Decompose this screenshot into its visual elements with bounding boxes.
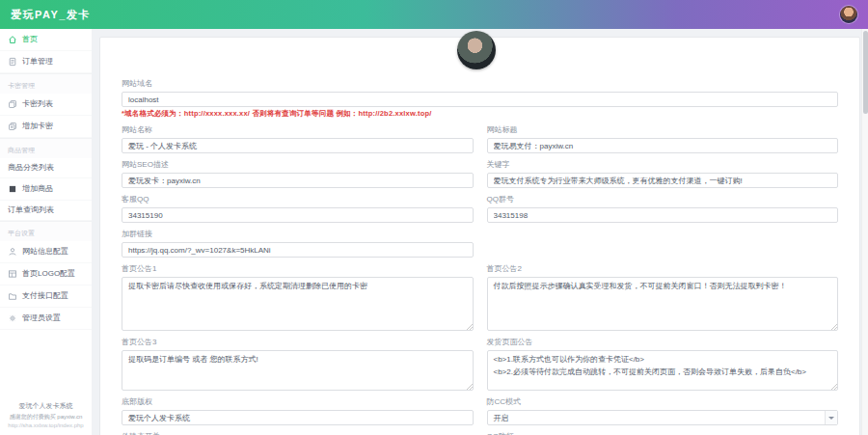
field-delivery-notice: 发货页面公告 xyxy=(487,337,839,391)
delivery-notice-textarea[interactable] xyxy=(487,350,839,391)
app-title: 爱玩PAY_发卡 xyxy=(11,8,91,22)
field-anti-cc: 防CC模式开启 xyxy=(487,396,839,425)
profile-avatar[interactable] xyxy=(457,31,496,69)
field-notice1: 首页公告1 xyxy=(122,263,474,331)
sidebar-item-首页LOGO配置[interactable]: 首页LOGO配置 xyxy=(0,263,92,285)
field-label-service-qq: 客服QQ xyxy=(122,194,474,204)
field-label-qq-group: QQ群号 xyxy=(487,194,839,204)
sidebar-item-label: 支付接口配置 xyxy=(22,292,68,300)
sidebar-item-订单查询列表[interactable]: 订单查询列表 xyxy=(0,201,92,221)
sidebar-item-label: 网站信息配置 xyxy=(22,248,68,256)
field-site-title: 网站标题 xyxy=(487,124,839,153)
form-row: 客服QQQQ群号 xyxy=(122,194,838,223)
anti-cc-select[interactable]: 开启 xyxy=(487,410,839,425)
sidebar: 首页订单管理卡密管理卡密列表增加卡密商品管理商品分类列表增加商品订单查询列表平台… xyxy=(0,29,92,435)
field-site-name: 网站名称 xyxy=(122,124,474,153)
field-label-anti-cc: 防CC模式 xyxy=(487,396,839,407)
main-area: 网站域名*域名格式必须为：http://xxxx.xxx.xx/ 否则将有查询订… xyxy=(92,29,861,435)
sidebar-section-label: 平台设置 xyxy=(0,221,92,241)
sidebar-item-增加商品[interactable]: 增加商品 xyxy=(0,178,92,201)
field-label-notice2: 首页公告2 xyxy=(487,263,839,274)
group-link-input[interactable] xyxy=(122,242,474,258)
field-label-site-name: 网站名称 xyxy=(122,124,474,135)
sidebar-nav: 首页订单管理卡密管理卡密列表增加卡密商品管理商品分类列表增加商品订单查询列表平台… xyxy=(0,29,92,330)
sidebar-item-商品分类列表[interactable]: 商品分类列表 xyxy=(0,158,92,178)
sidebar-item-label: 订单查询列表 xyxy=(8,206,54,214)
sidebar-footer-line2: 感谢您的付费购买 payxiw.cn xyxy=(3,413,89,421)
sidebar-item-label: 卡密列表 xyxy=(22,100,53,108)
field-footer-copyright: 底部版权 xyxy=(122,396,474,425)
sidebar-footer: 爱玩个人发卡系统 感谢您的付费购买 payxiw.cn http://sha.x… xyxy=(0,396,92,435)
site-domain-input[interactable] xyxy=(122,92,838,107)
sidebar-item-label: 增加卡密 xyxy=(22,122,53,130)
field-hint-site-domain: *域名格式必须为：http://xxxx.xxx.xx/ 否则将有查询订单等问题… xyxy=(122,109,838,119)
field-notice3: 首页公告3 xyxy=(122,337,474,391)
service-qq-input[interactable] xyxy=(122,207,474,223)
field-label-qq-antired: QQ防红 xyxy=(487,431,839,435)
field-group-link: 加群链接 xyxy=(122,229,474,258)
anti-cc-select-value: 开启 xyxy=(494,413,509,423)
sidebar-item-label: 商品分类列表 xyxy=(8,164,54,172)
form-row: 加群链接 xyxy=(122,229,838,258)
home-icon xyxy=(8,35,17,44)
field-notice2: 首页公告2 xyxy=(487,263,839,331)
form-row: 首页公告1首页公告2 xyxy=(122,263,838,331)
field-label-site-domain: 网站域名 xyxy=(122,78,838,89)
order-icon xyxy=(8,57,17,67)
sidebar-item-增加卡密[interactable]: 增加卡密 xyxy=(0,116,92,138)
field-service-qq: 客服QQ xyxy=(122,194,474,223)
field-label-footer-copyright: 底部版权 xyxy=(122,396,474,407)
qq-group-input[interactable] xyxy=(487,207,839,223)
sidebar-item-label: 管理员设置 xyxy=(22,314,61,322)
site-title-input[interactable] xyxy=(487,138,839,153)
field-label-notice1: 首页公告1 xyxy=(122,263,474,274)
header-avatar[interactable] xyxy=(840,6,857,23)
sidebar-item-label: 首页 xyxy=(22,36,38,43)
footer-copyright-input[interactable] xyxy=(122,410,474,425)
sidebar-item-卡密列表[interactable]: 卡密列表 xyxy=(0,94,92,116)
grid-icon xyxy=(8,269,17,279)
notice3-textarea[interactable] xyxy=(122,350,474,391)
notice1-textarea[interactable] xyxy=(122,277,474,331)
scrollbar-thumb[interactable] xyxy=(863,31,868,114)
add-card-icon xyxy=(8,122,17,131)
field-label-seo-desc: 网站SEO描述 xyxy=(122,159,474,170)
form-row: 底部版权防CC模式开启 xyxy=(122,396,838,425)
seo-desc-input[interactable] xyxy=(122,173,474,188)
sidebar-section-label: 卡密管理 xyxy=(0,73,92,94)
form-row: 网站域名*域名格式必须为：http://xxxx.xxx.xx/ 否则将有查询订… xyxy=(122,78,838,119)
sidebar-item-label: 订单管理 xyxy=(22,58,53,66)
field-label-group-link: 加群链接 xyxy=(122,229,474,239)
scrollbar[interactable] xyxy=(861,29,868,435)
form-row: 网站名称网站标题 xyxy=(122,124,838,153)
keywords-input[interactable] xyxy=(487,173,839,188)
sidebar-footer-line1: 爱玩个人发卡系统 xyxy=(3,401,89,411)
field-label-rewrite-switch: 伪静态开关 xyxy=(122,431,474,435)
square-icon xyxy=(8,184,17,194)
sidebar-item-网站信息配置[interactable]: 网站信息配置 xyxy=(0,241,92,263)
field-label-delivery-notice: 发货页面公告 xyxy=(487,337,839,347)
site-name-input[interactable] xyxy=(122,138,474,153)
field-label-keywords: 关键字 xyxy=(487,159,839,170)
top-header: 爱玩PAY_发卡 xyxy=(0,0,868,29)
field-site-domain: 网站域名*域名格式必须为：http://xxxx.xxx.xx/ 否则将有查询订… xyxy=(122,78,838,119)
user-icon xyxy=(8,247,17,257)
field-qq-antired: QQ防红关闭 xyxy=(487,431,839,435)
app-root: 爱玩PAY_发卡 首页订单管理卡密管理卡密列表增加卡密商品管理商品分类列表增加商… xyxy=(0,0,868,435)
sidebar-item-首页[interactable]: 首页 xyxy=(0,29,92,51)
sidebar-section-label: 商品管理 xyxy=(0,138,92,158)
settings-card: 网站域名*域名格式必须为：http://xxxx.xxx.xx/ 否则将有查询订… xyxy=(99,37,860,435)
form-row: 伪静态开关开启QQ防红关闭 xyxy=(122,431,838,435)
sidebar-footer-line3: http://sha.xxlxw.top/index.php xyxy=(3,422,89,428)
chevron-down-icon[interactable] xyxy=(825,411,837,424)
sidebar-item-订单管理[interactable]: 订单管理 xyxy=(0,51,92,73)
field-rewrite-switch: 伪静态开关开启 xyxy=(122,431,474,435)
notice2-textarea[interactable] xyxy=(487,277,839,331)
field-qq-group: QQ群号 xyxy=(487,194,839,223)
sidebar-item-管理员设置[interactable]: 管理员设置 xyxy=(0,308,92,330)
field-label-site-title: 网站标题 xyxy=(487,124,839,135)
folder-icon xyxy=(8,291,17,301)
sidebar-item-支付接口配置[interactable]: 支付接口配置 xyxy=(0,285,92,308)
gear-icon xyxy=(8,313,17,323)
cards-icon xyxy=(8,99,17,109)
